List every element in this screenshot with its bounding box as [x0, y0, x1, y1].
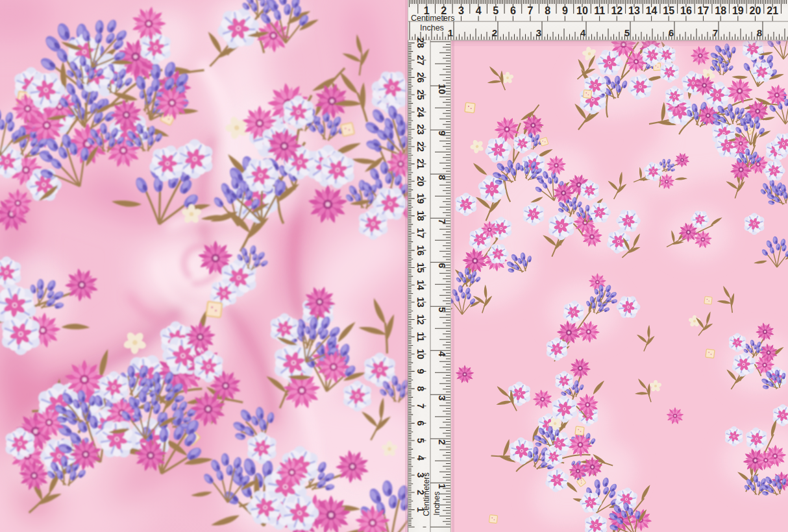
svg-text:17: 17 [698, 5, 709, 16]
svg-text:7: 7 [713, 28, 718, 38]
svg-text:3: 3 [458, 5, 464, 16]
svg-text:27: 27 [415, 55, 426, 66]
svg-text:9: 9 [415, 369, 426, 374]
svg-text:26: 26 [415, 72, 426, 82]
svg-text:6: 6 [437, 263, 447, 268]
svg-text:14: 14 [646, 5, 658, 16]
svg-text:25: 25 [415, 90, 426, 100]
svg-text:28: 28 [415, 38, 426, 48]
svg-text:18: 18 [715, 5, 726, 16]
svg-text:18: 18 [415, 211, 426, 221]
svg-text:20: 20 [750, 5, 761, 16]
svg-text:Centimeters: Centimeters [411, 14, 454, 23]
svg-text:15: 15 [663, 5, 674, 16]
svg-text:14: 14 [415, 280, 426, 290]
svg-text:4: 4 [580, 28, 585, 38]
svg-text:Inches: Inches [432, 492, 441, 516]
svg-text:8: 8 [415, 386, 426, 391]
svg-text:1: 1 [437, 483, 447, 489]
svg-text:6: 6 [510, 5, 516, 16]
svg-text:3: 3 [536, 28, 541, 38]
svg-text:3: 3 [437, 395, 447, 400]
svg-text:13: 13 [628, 5, 640, 16]
svg-text:10: 10 [437, 84, 447, 94]
svg-text:7: 7 [528, 5, 534, 16]
svg-text:7: 7 [415, 404, 426, 409]
svg-text:5: 5 [437, 307, 447, 312]
svg-text:12: 12 [611, 5, 622, 16]
svg-text:17: 17 [415, 228, 426, 238]
svg-text:20: 20 [415, 176, 426, 186]
svg-text:5: 5 [415, 438, 426, 443]
svg-text:5: 5 [624, 28, 630, 38]
svg-text:22: 22 [415, 141, 426, 152]
svg-text:10: 10 [415, 349, 426, 359]
svg-text:2: 2 [492, 28, 497, 38]
svg-text:8: 8 [757, 28, 762, 38]
svg-text:Centimeters: Centimeters [422, 472, 431, 516]
svg-text:8: 8 [437, 175, 447, 180]
svg-text:4: 4 [415, 455, 426, 461]
svg-text:6: 6 [669, 28, 674, 38]
svg-text:16: 16 [415, 245, 426, 256]
svg-text:1: 1 [448, 28, 453, 38]
svg-text:7: 7 [437, 219, 447, 224]
svg-text:9: 9 [562, 5, 568, 16]
svg-text:4: 4 [437, 351, 447, 356]
svg-text:8: 8 [545, 5, 550, 16]
svg-text:10: 10 [576, 5, 588, 16]
svg-text:23: 23 [415, 124, 426, 134]
svg-text:24: 24 [415, 107, 426, 117]
svg-text:4: 4 [476, 5, 482, 16]
svg-text:16: 16 [680, 5, 692, 16]
svg-text:21: 21 [415, 159, 426, 169]
svg-text:5: 5 [493, 5, 499, 16]
svg-text:11: 11 [594, 5, 605, 16]
svg-text:19: 19 [415, 193, 426, 204]
svg-text:19: 19 [732, 5, 744, 16]
svg-text:13: 13 [415, 297, 426, 308]
svg-text:15: 15 [415, 262, 426, 272]
svg-text:12: 12 [415, 314, 426, 324]
svg-text:11: 11 [415, 332, 426, 341]
svg-text:6: 6 [415, 420, 426, 426]
svg-text:21: 21 [767, 5, 778, 16]
svg-text:9: 9 [437, 130, 447, 136]
svg-text:2: 2 [437, 439, 447, 444]
